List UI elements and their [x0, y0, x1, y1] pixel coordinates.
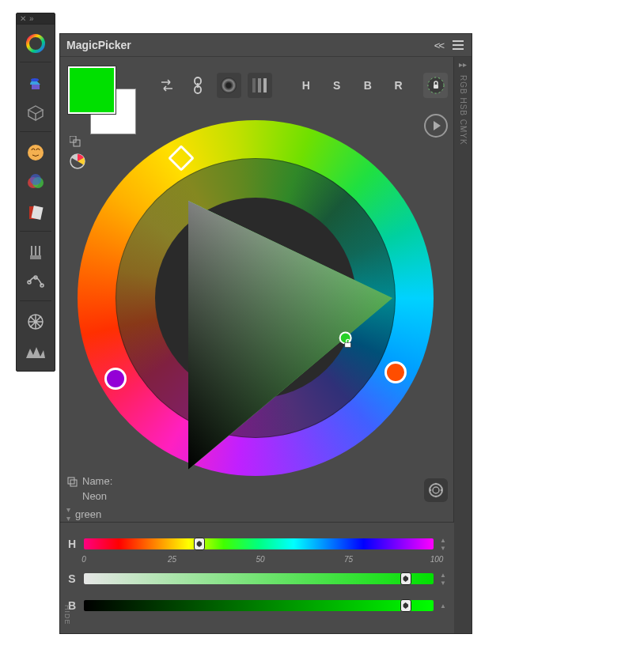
color-picker-panel: MagicPicker << ◂◂ RGB HSB CMYK — [59, 33, 472, 634]
cube-icon[interactable] — [21, 99, 50, 127]
color-wheel[interactable] — [78, 120, 434, 476]
svg-rect-26 — [434, 85, 438, 89]
link-icon[interactable] — [186, 73, 210, 98]
red-mode-button[interactable]: R — [386, 73, 411, 98]
curves-icon[interactable] — [21, 268, 50, 296]
hsb-sliders: H ▲▼ 0255075100 S ▲▼ — [60, 522, 454, 633]
svg-point-33 — [433, 487, 439, 493]
color-name-value-1: Neon — [82, 490, 107, 502]
expand-icon[interactable]: » — [29, 14, 34, 23]
svg-rect-9 — [30, 255, 41, 259]
hue-slider[interactable] — [84, 538, 434, 549]
svg-point-34 — [435, 483, 438, 485]
tick-label: 0 — [81, 555, 86, 564]
tick-label: 100 — [430, 555, 444, 564]
color-name-label: Name: — [82, 475, 112, 487]
foreground-swatch[interactable] — [68, 66, 116, 114]
hue-slider-thumb[interactable] — [194, 538, 205, 550]
svg-rect-38 — [68, 478, 74, 484]
saturation-mode-button[interactable]: S — [324, 73, 349, 98]
svg-point-3 — [28, 145, 44, 160]
picker-ring-icon[interactable] — [21, 29, 50, 58]
swap-arrows-icon[interactable] — [155, 73, 180, 98]
color-name-value-2: green — [75, 508, 101, 520]
paint-bucket-icon[interactable] — [21, 69, 50, 97]
svg-rect-22 — [258, 78, 261, 92]
svg-rect-39 — [70, 480, 77, 486]
panel-title: MagicPicker — [66, 39, 434, 51]
svg-point-35 — [441, 489, 443, 492]
svg-point-0 — [28, 36, 44, 51]
vertical-bars-icon[interactable] — [248, 73, 272, 98]
panel-header: MagicPicker << — [60, 34, 472, 57]
svg-point-6 — [30, 174, 41, 185]
palette-face-icon[interactable] — [21, 138, 50, 167]
picker-toolbar: HSBR — [155, 73, 448, 98]
collapse-panel-button[interactable]: << — [434, 40, 443, 51]
svg-point-36 — [435, 496, 438, 498]
brightness-mode-button[interactable]: B — [355, 73, 380, 98]
copy-icon[interactable] — [66, 476, 78, 487]
svg-rect-23 — [263, 78, 267, 92]
hue-slider-label: H — [60, 538, 84, 550]
sv-triangle[interactable] — [78, 120, 434, 476]
chevron-left-icon: ◂◂ — [459, 62, 467, 70]
hide-label[interactable]: HIDE — [63, 605, 71, 625]
tone-ring-icon[interactable] — [217, 73, 241, 98]
svg-point-32 — [430, 484, 442, 496]
tool-sidebar: ✕ » — [16, 13, 55, 372]
wheel-spoke-icon[interactable] — [21, 308, 50, 336]
mountains-icon[interactable] — [21, 338, 50, 366]
close-icon[interactable]: ✕ — [20, 14, 26, 23]
mixer-icon[interactable] — [21, 168, 50, 197]
svg-rect-31 — [345, 342, 351, 347]
brushes-icon[interactable] — [21, 238, 50, 266]
saturation-slider[interactable] — [84, 573, 434, 584]
brightness-slider[interactable] — [84, 600, 434, 611]
brightness-slider-thumb[interactable] — [400, 599, 411, 612]
color-lock-button[interactable] — [423, 73, 448, 98]
chevron-down-icon[interactable]: ▾▾ — [66, 505, 70, 523]
color-space-label: RGB HSB CMYK — [459, 75, 468, 145]
svg-point-1 — [31, 78, 39, 81]
swatch-book-icon[interactable] — [21, 198, 50, 227]
color-name-area: Name: Neon ▾▾ green — [66, 475, 112, 523]
tick-label: 50 — [256, 555, 264, 564]
svg-rect-21 — [252, 78, 256, 92]
svg-marker-29 — [188, 201, 392, 470]
color-space-tabs[interactable]: ◂◂ RGB HSB CMYK — [453, 57, 472, 633]
svg-point-37 — [430, 489, 432, 492]
panel-menu-button[interactable] — [451, 39, 465, 51]
svg-rect-2 — [32, 85, 40, 89]
svg-point-20 — [221, 77, 237, 93]
svg-rect-14 — [70, 136, 76, 142]
hue-mode-button[interactable]: H — [294, 73, 318, 98]
scheme-ring-button[interactable] — [424, 478, 448, 502]
saturation-slider-thumb[interactable] — [400, 572, 411, 585]
complement-marker-b[interactable] — [104, 368, 127, 390]
complement-marker-a[interactable] — [384, 361, 407, 383]
tick-label: 75 — [344, 555, 353, 564]
tick-label: 25 — [168, 555, 176, 564]
